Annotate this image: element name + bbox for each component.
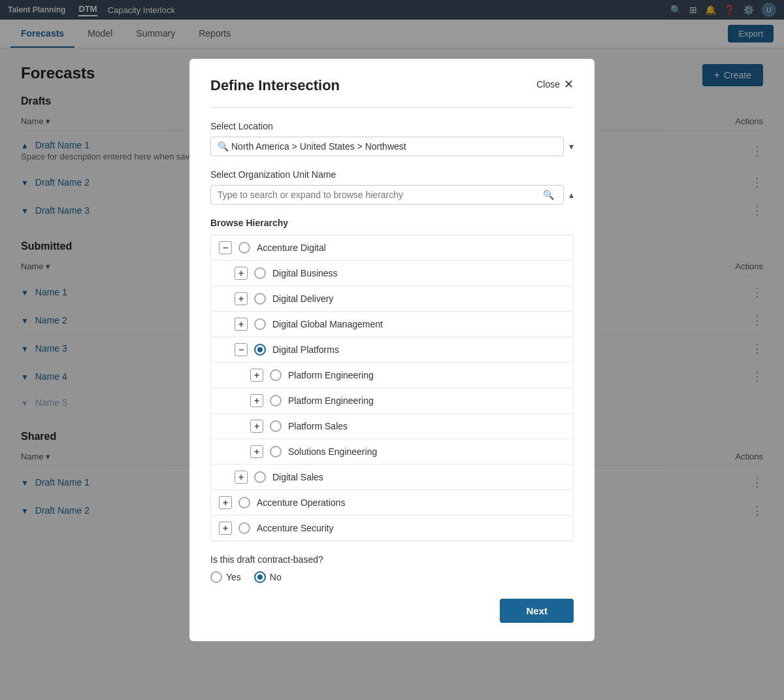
location-label: Select Location (210, 121, 574, 131)
tree-item-platform-eng-1[interactable]: + Platform Engineering (211, 363, 573, 388)
tree-item-solutions-eng[interactable]: + Solutions Engineering (211, 439, 573, 465)
expand-platform-sales[interactable]: + (250, 420, 263, 433)
expand-digital-global-mgmt[interactable]: + (235, 318, 248, 331)
contract-no-radio[interactable] (254, 571, 266, 583)
org-chevron-up-icon[interactable]: ▴ (569, 190, 574, 200)
contract-radio-group: Yes No (210, 571, 574, 583)
hierarchy-tree: − Accenture Digital + Digital Business +… (210, 235, 574, 541)
contract-yes-option[interactable]: Yes (210, 571, 241, 583)
close-label: Close (536, 79, 560, 90)
org-search-icon: 🔍 (543, 190, 554, 200)
label-platform-eng-2: Platform Engineering (288, 395, 374, 406)
radio-accenture-digital[interactable] (238, 242, 250, 254)
label-digital-delivery: Digital Delivery (272, 293, 333, 304)
modal-header: Define Intersection Close ✕ (210, 77, 574, 94)
label-digital-business: Digital Business (272, 268, 338, 278)
next-button[interactable]: Next (500, 599, 574, 623)
expand-digital-platforms[interactable]: − (235, 343, 248, 356)
expand-accenture-operations[interactable]: + (219, 496, 232, 509)
tree-item-platform-eng-2[interactable]: + Platform Engineering (211, 388, 573, 414)
modal-footer: Next (210, 599, 574, 623)
expand-accenture-security[interactable]: + (219, 522, 232, 535)
org-label: Select Organization Unit Name (210, 169, 574, 180)
label-digital-global-mgmt: Digital Global Management (272, 319, 383, 329)
radio-platform-eng-1[interactable] (270, 369, 282, 381)
radio-digital-delivery[interactable] (254, 293, 266, 305)
org-input-wrapper: 🔍 (210, 185, 564, 205)
modal-title: Define Intersection (210, 77, 340, 94)
tree-item-accenture-digital[interactable]: − Accenture Digital (211, 235, 573, 261)
label-platform-sales: Platform Sales (288, 421, 348, 431)
expand-digital-business[interactable]: + (235, 267, 248, 280)
location-input-wrapper: 🔍 (210, 137, 564, 156)
close-icon: ✕ (564, 77, 574, 92)
contract-no-option[interactable]: No (254, 571, 282, 583)
radio-digital-global-mgmt[interactable] (254, 318, 266, 330)
label-accenture-digital: Accenture Digital (257, 242, 326, 253)
radio-digital-platforms[interactable] (254, 344, 266, 356)
label-digital-platforms: Digital Platforms (272, 344, 339, 355)
modal-divider (210, 107, 574, 108)
contract-yes-label: Yes (226, 572, 241, 582)
radio-accenture-operations[interactable] (238, 497, 250, 508)
tree-item-digital-business[interactable]: + Digital Business (211, 261, 573, 286)
radio-accenture-security[interactable] (238, 522, 250, 534)
tree-item-accenture-security[interactable]: + Accenture Security (211, 516, 573, 541)
org-select-row: 🔍 ▴ (210, 185, 574, 205)
contract-question-section: Is this draft contract-based? Yes No (210, 554, 574, 583)
radio-digital-business[interactable] (254, 267, 266, 279)
label-platform-eng-1: Platform Engineering (288, 370, 374, 380)
location-chevron-down-icon[interactable]: ▾ (569, 141, 574, 152)
radio-platform-eng-2[interactable] (270, 395, 282, 407)
tree-item-digital-global-mgmt[interactable]: + Digital Global Management (211, 312, 573, 337)
expand-accenture-digital[interactable]: − (219, 241, 232, 254)
org-search-input[interactable] (218, 190, 543, 200)
modal-overlay[interactable]: Define Intersection Close ✕ Select Locat… (0, 0, 784, 700)
tree-item-digital-delivery[interactable]: + Digital Delivery (211, 286, 573, 312)
contract-yes-radio[interactable] (210, 571, 222, 583)
browse-hierarchy-title: Browse Hierarchy (210, 218, 574, 228)
label-accenture-security: Accenture Security (257, 523, 334, 533)
expand-digital-sales[interactable]: + (235, 471, 248, 484)
tree-item-digital-platforms[interactable]: − Digital Platforms (211, 337, 573, 363)
expand-platform-eng-1[interactable]: + (250, 369, 263, 382)
radio-solutions-eng[interactable] (270, 446, 282, 458)
contract-no-label: No (270, 572, 282, 582)
location-search-icon: 🔍 (218, 141, 229, 152)
tree-item-digital-sales[interactable]: + Digital Sales (211, 465, 573, 490)
label-accenture-operations: Accenture Operations (257, 497, 345, 508)
radio-digital-sales[interactable] (254, 471, 266, 483)
expand-platform-eng-2[interactable]: + (250, 394, 263, 407)
tree-item-platform-sales[interactable]: + Platform Sales (211, 414, 573, 439)
contract-question-label: Is this draft contract-based? (210, 554, 574, 565)
location-select-row: 🔍 ▾ (210, 137, 574, 156)
label-digital-sales: Digital Sales (272, 472, 323, 482)
tree-item-accenture-operations[interactable]: + Accenture Operations (211, 490, 573, 516)
expand-digital-delivery[interactable]: + (235, 292, 248, 305)
location-input[interactable] (231, 141, 557, 152)
radio-platform-sales[interactable] (270, 420, 282, 432)
modal-close-button[interactable]: Close ✕ (536, 77, 574, 92)
expand-solutions-eng[interactable]: + (250, 445, 263, 458)
define-intersection-modal: Define Intersection Close ✕ Select Locat… (189, 59, 595, 641)
label-solutions-eng: Solutions Engineering (288, 446, 377, 457)
